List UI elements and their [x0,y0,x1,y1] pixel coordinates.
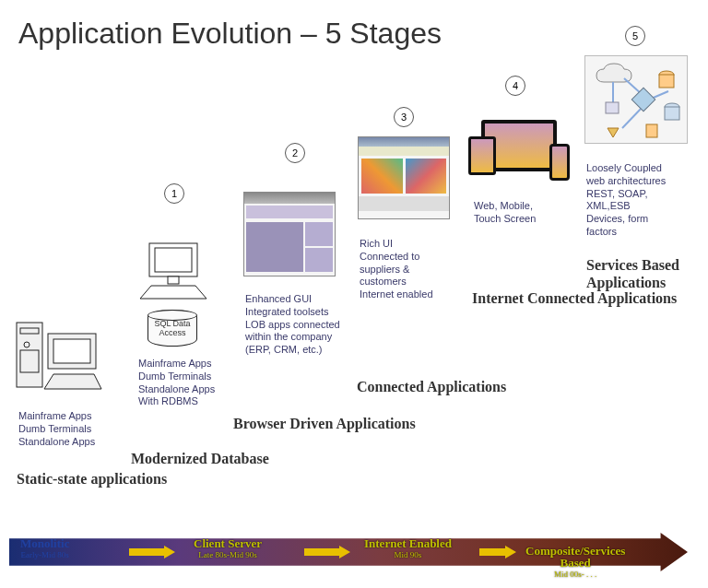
desktop-computer-icon [136,240,210,304]
stage-number-2: 2 [285,143,305,163]
svg-rect-9 [168,276,179,284]
timeline-sep-icon [479,546,516,559]
page-title: Application Evolution – 5 Stages [18,17,442,51]
modernized-db-desc: Mainframe Apps Dumb Terminals Standalone… [138,358,215,408]
browser-app-thumbnail [243,192,336,276]
timeline-era-1: Monolitic Early-Mid 80s [20,537,69,559]
stage-3-desc: Rich UI Connected to suppliers & custome… [360,238,433,301]
svg-rect-17 [659,75,674,88]
svg-marker-24 [304,546,350,559]
timeline-arrow: Monolitic Early-Mid 80s Client Server La… [9,533,688,571]
timeline-era-4: Composite/Services Based Mid 00s- . . . [525,533,625,588]
stage-5-title: Services Based Applications [586,256,708,291]
svg-rect-22 [646,124,657,137]
timeline-sep-icon [129,546,175,559]
svg-marker-23 [129,546,175,559]
stage-4-desc: Web, Mobile, Touch Screen [474,200,536,226]
stage-3-title: Connected Applications [357,378,506,395]
stage-2-title: Browser Driven Applications [233,415,416,432]
timeline-era-3: Internet Enabled Mid 90s [364,537,452,559]
sql-label: SQL Data Access [154,319,190,337]
svg-marker-10 [140,286,206,299]
svg-marker-6 [44,374,101,389]
stage-number-3: 3 [394,107,414,127]
stage-number-5: 5 [625,26,645,46]
svg-line-14 [622,107,643,128]
services-architecture-thumbnail [584,55,688,144]
stage-number-4: 4 [505,76,525,96]
stage-2-desc: Enhanced GUI Integrated toolsets LOB app… [245,293,340,357]
svg-marker-25 [479,546,516,559]
rich-ui-thumbnail [358,136,450,219]
timeline-sep-icon [304,546,350,559]
timeline-era-2: Client Server Late 80s-Mid 90s [194,537,262,559]
modernized-db-title: Modernized Database [131,450,269,467]
stage-1-desc: Mainframe Apps Dumb Terminals Standalone… [18,410,95,448]
svg-rect-8 [155,248,192,272]
svg-marker-21 [608,128,619,137]
mainframe-computer-icon [13,313,105,396]
stage-1-title: Static-state applications [17,470,167,488]
stage-5-desc: Loosely Coupled web architectures REST, … [586,162,666,239]
svg-rect-5 [53,339,90,363]
svg-rect-20 [665,107,679,120]
sql-database-icon: SQL Data Access [148,310,197,347]
stage-4-title: Internet Connected Applications [472,289,677,307]
svg-rect-15 [631,88,655,111]
svg-rect-18 [606,102,619,113]
devices-thumbnail [468,120,570,188]
stage-number-1: 1 [164,183,184,204]
